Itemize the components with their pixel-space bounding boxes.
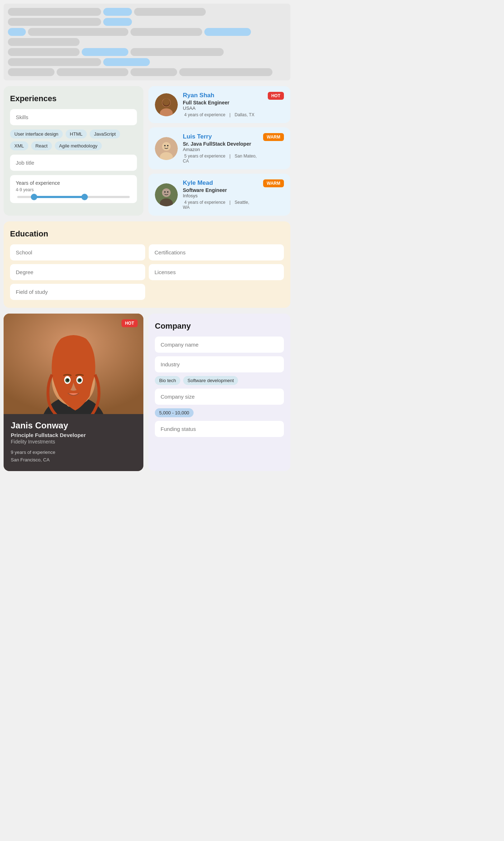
candidate-card-luis[interactable]: Luis Terry Sr. Java FullStack Developer … [148, 127, 290, 169]
certifications-input[interactable] [149, 244, 284, 260]
filter-row-3 [8, 48, 286, 66]
filter-chip[interactable] [8, 38, 80, 46]
experiences-title: Experiences [10, 94, 137, 103]
avatar-ryan [155, 93, 178, 116]
candidate-card-ryan[interactable]: Ryan Shah Full Stack Engineer USAA 4 yea… [148, 86, 290, 123]
years-label: Years of experience [16, 180, 131, 186]
profile-photo-svg [4, 314, 143, 414]
svg-point-4 [163, 98, 170, 105]
tag-js[interactable]: JavaScript [90, 130, 120, 138]
filter-chip[interactable] [179, 68, 272, 76]
profile-role: Principle Fullstack Developer [11, 432, 136, 438]
candidate-name-luis: Luis Terry [183, 133, 258, 140]
profile-photo-background [4, 314, 143, 414]
svg-point-8 [164, 145, 166, 146]
tag-react[interactable]: React [31, 141, 52, 150]
skills-input[interactable] [10, 109, 137, 125]
tag-biotech[interactable]: Bio tech [155, 376, 180, 385]
company-title: Company [155, 321, 284, 331]
profile-image-area: HOT Janis Conway Principle Fullstack Dev… [4, 314, 143, 471]
licenses-input[interactable] [149, 264, 284, 280]
profile-overlay: Janis Conway Principle Fullstack Develop… [4, 414, 143, 471]
filter-chip[interactable] [8, 68, 54, 76]
company-panel: Company Bio tech Software development 5,… [148, 314, 290, 471]
filter-row-1 [8, 8, 286, 26]
degree-input[interactable] [10, 264, 145, 280]
filter-chip[interactable] [28, 28, 128, 36]
experience-slider-track[interactable] [17, 196, 130, 198]
school-input[interactable] [10, 244, 145, 260]
profile-card-janis[interactable]: HOT Janis Conway Principle Fullstack Dev… [4, 314, 143, 471]
svg-point-11 [162, 188, 171, 197]
company-name-input[interactable] [155, 337, 284, 353]
field-of-study-input[interactable] [10, 284, 145, 300]
filter-row-2 [8, 28, 286, 46]
years-of-experience-box: Years of experience 4-9 years [10, 175, 137, 203]
tag-software-dev[interactable]: Software development [183, 376, 238, 385]
avatar-ryan-img [155, 93, 178, 116]
filter-chip[interactable] [134, 8, 206, 16]
job-title-input[interactable] [10, 155, 137, 171]
filter-chip-active[interactable] [103, 18, 132, 26]
filter-chip[interactable] [8, 8, 101, 16]
tag-company-size[interactable]: 5,000 - 10,000 [155, 408, 194, 417]
candidate-company-luis: Amazon [183, 147, 258, 152]
candidate-info-kyle: Kyle Mead Software Engineer Infosys 4 ye… [183, 179, 258, 210]
badge-ryan: HOT [268, 92, 284, 100]
avatar-luis [155, 137, 178, 160]
candidate-meta-luis: 5 years of experience | San Mateo, CA [183, 154, 258, 164]
slider-thumb-right[interactable] [81, 194, 88, 200]
candidate-company-kyle: Infosys [183, 193, 258, 198]
education-grid [10, 244, 284, 300]
tag-html[interactable]: HTML [66, 130, 87, 138]
filter-chip-active[interactable] [103, 58, 150, 66]
education-panel: Education [4, 221, 290, 308]
company-size-tags: 5,000 - 10,000 [155, 408, 284, 417]
candidate-card-kyle[interactable]: Kyle Mead Software Engineer Infosys 4 ye… [148, 174, 290, 216]
svg-point-13 [164, 191, 166, 193]
filter-chip-active[interactable] [8, 28, 26, 36]
filter-chip[interactable] [130, 48, 224, 56]
svg-point-14 [167, 191, 168, 193]
filter-chip-active[interactable] [204, 28, 251, 36]
slider-thumb-left[interactable] [31, 194, 37, 200]
candidate-info-luis: Luis Terry Sr. Java FullStack Developer … [183, 133, 258, 164]
education-title: Education [10, 229, 284, 239]
filter-chip[interactable] [57, 68, 128, 76]
svg-point-9 [167, 145, 168, 146]
tag-xml[interactable]: XML [10, 141, 28, 150]
avatar-kyle [155, 183, 178, 206]
candidate-company-ryan: USAA [183, 105, 263, 111]
profile-location: San Francisco, CA [11, 456, 136, 464]
filter-bar [4, 4, 290, 80]
filter-chip[interactable] [130, 68, 177, 76]
tag-ui-design[interactable]: User interface design [10, 130, 63, 138]
badge-janis: HOT [122, 319, 138, 327]
tag-agile[interactable]: Agile methodology [55, 141, 102, 150]
filter-chip-active[interactable] [82, 48, 128, 56]
profile-company: Fidelity Investments [11, 439, 136, 445]
candidate-title-ryan: Full Stack Engineer [183, 100, 263, 105]
avatar-kyle-img [155, 183, 178, 206]
filter-chip[interactable] [8, 58, 101, 66]
badge-luis: WARM [263, 133, 284, 141]
profile-experience: 9 years of experience [11, 449, 136, 456]
funding-status-input[interactable] [155, 421, 284, 437]
main-content: Experiences User interface design HTML J… [4, 86, 290, 216]
slider-fill [34, 196, 85, 198]
candidate-name-ryan: Ryan Shah [183, 92, 263, 99]
filter-chip-active[interactable] [103, 8, 132, 16]
profile-name: Janis Conway [11, 420, 136, 431]
industry-input[interactable] [155, 356, 284, 372]
filter-chip[interactable] [130, 28, 202, 36]
svg-point-23 [67, 379, 69, 381]
company-size-input[interactable] [155, 389, 284, 405]
skills-tags: User interface design HTML JavaScript XM… [10, 130, 137, 150]
badge-kyle: WARM [263, 179, 284, 187]
years-range: 4-9 years [16, 187, 131, 192]
experiences-panel: Experiences User interface design HTML J… [4, 86, 143, 216]
filter-chip[interactable] [8, 18, 101, 26]
filter-row-4 [8, 68, 286, 76]
filter-chip[interactable] [8, 48, 80, 56]
candidate-title-kyle: Software Engineer [183, 187, 258, 193]
